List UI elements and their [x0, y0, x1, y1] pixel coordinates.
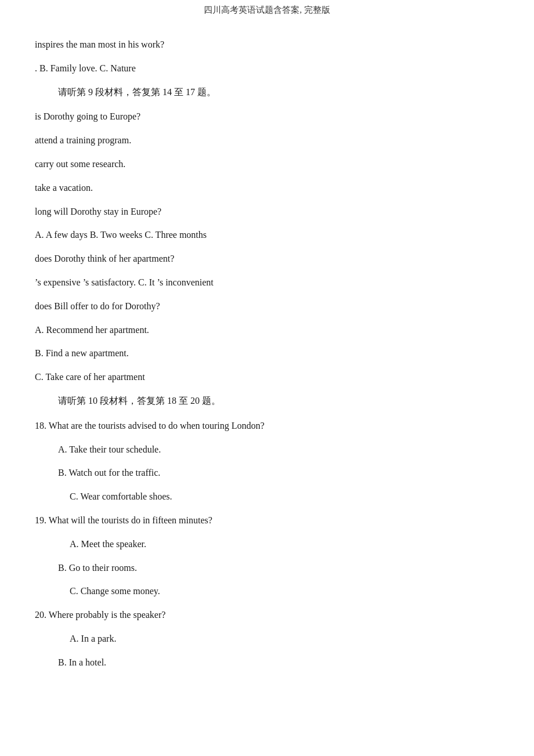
line-text: A. Recommend her apartment. [35, 325, 149, 335]
line-text: 20. Where probably is the speaker? [35, 610, 165, 620]
line-text: take a vacation. [35, 183, 93, 193]
content-line-l11: ’s expensive ’s satisfactory. C. It ’s i… [35, 274, 499, 291]
content-line-l7: take a vacation. [35, 180, 499, 197]
line-text: attend a training program. [35, 135, 131, 145]
content-line-l16: 请听第 10 段材料，答复第 18 至 20 题。 [35, 393, 499, 410]
line-text: carry out some research. [35, 159, 125, 169]
main-content: inspires the man most in his work?. B. F… [0, 25, 534, 701]
content-line-l26: A. In a park. [35, 631, 499, 648]
line-text: C. Take care of her apartment [35, 372, 145, 382]
content-line-l4: is Dorothy going to Europe? [35, 108, 499, 125]
content-line-l23: B. Go to their rooms. [35, 560, 499, 577]
line-text: . B. Family love. C. Nature [35, 63, 136, 73]
content-line-l10: does Dorothy think of her apartment? [35, 251, 499, 267]
content-line-l18: A. Take their tour schedule. [35, 442, 499, 458]
line-text: A. In a park. [70, 634, 116, 643]
page-title: 四川高考英语试题含答案, 完整版 [204, 5, 330, 15]
line-text: C. Change some money. [70, 586, 160, 596]
page-header: 四川高考英语试题含答案, 完整版 [0, 0, 534, 25]
content-line-l8: long will Dorothy stay in Europe? [35, 204, 499, 220]
content-line-l21: 19. What will the tourists do in fifteen… [35, 512, 499, 529]
content-line-l22: A. Meet the speaker. [35, 536, 499, 553]
content-line-l27: B. In a hotel. [35, 654, 499, 671]
line-text: 请听第 9 段材料，答复第 14 至 17 题。 [58, 87, 216, 97]
line-text: C. Wear comfortable shoes. [70, 491, 172, 501]
content-line-l6: carry out some research. [35, 156, 499, 173]
line-text: does Bill offer to do for Dorothy? [35, 301, 160, 311]
content-line-l9: A. A few days B. Two weeks C. Three mont… [35, 227, 499, 244]
line-text: B. Go to their rooms. [58, 563, 137, 573]
content-line-l15: C. Take care of her apartment [35, 369, 499, 386]
content-line-l13: A. Recommend her apartment. [35, 322, 499, 339]
line-text: B. Watch out for the traffic. [58, 468, 160, 478]
content-line-l19: B. Watch out for the traffic. [35, 465, 499, 482]
line-text: inspires the man most in his work? [35, 39, 164, 49]
line-text: 18. What are the tourists advised to do … [35, 421, 265, 431]
content-line-l1: inspires the man most in his work? [35, 37, 499, 53]
content-line-l3: 请听第 9 段材料，答复第 14 至 17 题。 [35, 84, 499, 101]
content-line-l25: 20. Where probably is the speaker? [35, 607, 499, 624]
line-text: A. A few days B. Two weeks C. Three mont… [35, 230, 207, 240]
content-line-l5: attend a training program. [35, 132, 499, 149]
line-text: A. Take their tour schedule. [58, 444, 161, 454]
line-text: ’s expensive ’s satisfactory. C. It ’s i… [35, 277, 214, 287]
content-line-l20: C. Wear comfortable shoes. [35, 489, 499, 505]
content-line-l14: B. Find a new apartment. [35, 345, 499, 362]
content-line-l24: C. Change some money. [35, 583, 499, 600]
content-line-l12: does Bill offer to do for Dorothy? [35, 298, 499, 315]
line-text: does Dorothy think of her apartment? [35, 254, 174, 263]
line-text: 19. What will the tourists do in fifteen… [35, 515, 212, 525]
line-text: long will Dorothy stay in Europe? [35, 207, 161, 216]
line-text: B. In a hotel. [58, 657, 106, 667]
line-text: is Dorothy going to Europe? [35, 111, 140, 121]
line-text: B. Find a new apartment. [35, 348, 129, 358]
line-text: A. Meet the speaker. [70, 539, 146, 549]
content-line-l17: 18. What are the tourists advised to do … [35, 418, 499, 435]
line-text: 请听第 10 段材料，答复第 18 至 20 题。 [58, 396, 221, 406]
content-line-l2: . B. Family love. C. Nature [35, 60, 499, 77]
